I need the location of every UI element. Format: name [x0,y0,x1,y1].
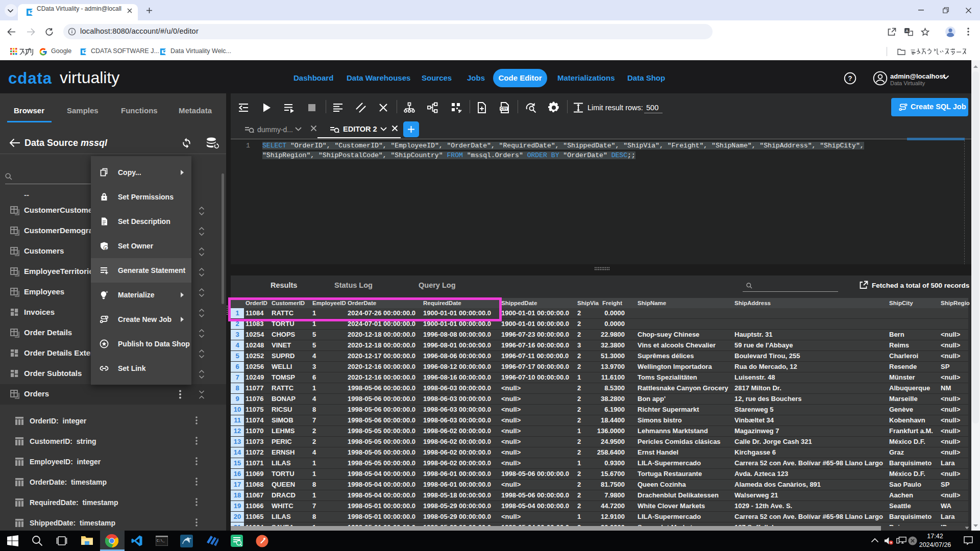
svg-text:CSV: CSV [501,107,508,110]
svg-text:?: ? [848,74,852,82]
svg-text:A: A [905,29,909,33]
svg-text:e: e [105,246,107,251]
svg-text:C:\_: C:\_ [157,539,165,543]
